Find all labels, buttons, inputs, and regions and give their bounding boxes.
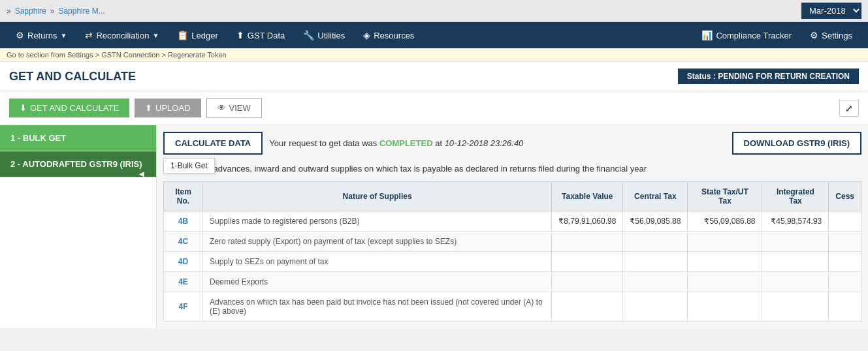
gst-data-icon: ⬆ <box>236 30 244 40</box>
cell-taxable-value <box>552 292 623 322</box>
nav-resources-label: Resources <box>374 31 414 40</box>
action-bar: CALCULATE DATA 1-Bulk Get Your request t… <box>163 132 861 155</box>
month-select[interactable]: Mar-2018 Feb-2018 Jan-2018 <box>801 3 861 19</box>
cell-state-tax <box>688 292 762 322</box>
cell-item-no: 4E <box>164 272 203 292</box>
table-row[interactable]: 4C Zero rated supply (Export) on payment… <box>164 232 861 252</box>
sidebar-item-autodrafted-label: 2 - AUTODRAFTED GSTR9 (IRIS) <box>10 159 142 169</box>
nav-resources[interactable]: ◈ Resources <box>354 22 423 48</box>
cell-nature: Advances on which tax has been paid but … <box>203 292 552 322</box>
upload-button[interactable]: ⬆ UPLOAD <box>135 99 201 117</box>
table-row[interactable]: 4D Supply to SEZs on payment of tax <box>164 252 861 272</box>
cell-integrated-tax <box>762 272 829 292</box>
nav-settings[interactable]: ⚙ Settings <box>801 22 861 48</box>
cell-item-no: 4F <box>164 292 203 322</box>
calculate-tooltip: 1-Bulk Get <box>163 158 215 174</box>
breadcrumb-item1[interactable]: Sapphire <box>15 7 46 16</box>
cell-integrated-tax <box>762 252 829 272</box>
cell-item-no: 4C <box>164 232 203 252</box>
expand-button[interactable]: ⤢ <box>839 100 859 117</box>
cell-taxable-value <box>552 272 623 292</box>
get-calculate-icon: ⬇ <box>20 103 27 113</box>
breadcrumb: » Sapphire » Sapphire M... Mar-2018 Feb-… <box>0 0 868 22</box>
breadcrumb-sep1: » <box>50 7 55 16</box>
settings-icon: ⚙ <box>810 30 818 40</box>
nav-right: 📊 Compliance Tracker ⚙ Settings <box>692 22 861 48</box>
compliance-tracker-icon: 📊 <box>701 30 713 40</box>
nav-utilities[interactable]: 🔧 Utilities <box>294 22 354 48</box>
cell-item-no: 4D <box>164 252 203 272</box>
data-table: Item No. Nature of Supplies Taxable Valu… <box>163 181 861 322</box>
download-gstr9-button[interactable]: DOWNLOAD GSTR9 (IRIS) <box>732 132 862 155</box>
msg-prefix: Your request to get data was <box>269 138 377 148</box>
upload-icon: ⬆ <box>145 103 152 113</box>
sidebar-arrow-icon: ◄ <box>137 169 146 179</box>
nav-returns[interactable]: ⚙ Returns ▼ <box>7 22 76 48</box>
returns-dropdown-icon: ▼ <box>61 32 67 39</box>
page-header: GET AND CALCULATE Status : PENDING FOR R… <box>0 62 868 91</box>
top-nav: ⚙ Returns ▼ ⇄ Reconciliation ▼ 📋 Ledger … <box>0 22 868 48</box>
cell-cess <box>829 232 861 252</box>
resources-icon: ◈ <box>363 30 370 40</box>
sidebar-item-bulk-get[interactable]: 1 - BULK GET <box>0 125 156 151</box>
main-content: 1 - BULK GET 2 - AUTODRAFTED GSTR9 (IRIS… <box>0 125 868 328</box>
cell-integrated-tax <box>762 232 829 252</box>
cell-central-tax <box>623 252 688 272</box>
nav-compliance-tracker-label: Compliance Tracker <box>716 31 792 40</box>
col-header-central-tax: Central Tax <box>623 182 688 211</box>
status-label: Status : <box>687 72 716 81</box>
cell-cess <box>829 292 861 322</box>
nav-reconciliation[interactable]: ⇄ Reconciliation ▼ <box>76 22 168 48</box>
cell-state-tax <box>688 272 762 292</box>
reconciliation-dropdown-icon: ▼ <box>152 32 159 39</box>
cell-item-no: 4B <box>164 211 203 232</box>
calculate-data-button[interactable]: CALCULATE DATA <box>163 132 263 155</box>
nav-returns-label: Returns <box>27 31 57 40</box>
nav-gst-data-label: GST Data <box>248 31 285 40</box>
table-row[interactable]: 4B Supplies made to registered persons (… <box>164 211 861 232</box>
nav-reconciliation-label: Reconciliation <box>96 31 149 40</box>
table-row[interactable]: 4F Advances on which tax has been paid b… <box>164 292 861 322</box>
sidebar-item-autodrafted[interactable]: 2 - AUTODRAFTED GSTR9 (IRIS) ◄ <box>0 151 156 177</box>
breadcrumb-item2[interactable]: Sapphire M... <box>58 7 104 16</box>
upload-label: UPLOAD <box>155 103 190 113</box>
nav-ledger[interactable]: 📋 Ledger <box>168 22 227 48</box>
expand-icon: ⤢ <box>845 103 853 114</box>
view-button[interactable]: 👁 VIEW <box>206 98 262 118</box>
view-label: VIEW <box>229 103 251 113</box>
msg-at: at <box>435 138 442 148</box>
cell-taxable-value: ₹8,79,91,060.98 <box>552 211 623 232</box>
cell-taxable-value <box>552 252 623 272</box>
returns-icon: ⚙ <box>16 30 24 40</box>
sidebar-item-bulk-get-label: 1 - BULK GET <box>10 133 66 143</box>
col-header-taxable-value: Taxable Value <box>552 182 623 211</box>
col-header-state-tax: State Tax/UT Tax <box>688 182 762 211</box>
msg-status: COMPLETED <box>379 138 433 148</box>
msg-datetime: 10-12-2018 23:26:40 <box>445 138 524 148</box>
view-icon: 👁 <box>217 103 226 113</box>
cell-cess <box>829 211 861 232</box>
breadcrumb-home: » <box>7 7 11 16</box>
status-badge: Status : PENDING FOR RETURN CREATION <box>678 69 859 84</box>
table-row[interactable]: 4E Deemed Exports <box>164 272 861 292</box>
completed-message: Your request to get data was COMPLETED a… <box>269 138 523 148</box>
nav-gst-data[interactable]: ⬆ GST Data <box>227 22 295 48</box>
get-calculate-button[interactable]: ⬇ GET AND CALCULATE <box>9 99 129 117</box>
cell-integrated-tax <box>762 292 829 322</box>
cell-central-tax <box>623 292 688 322</box>
col-header-cess: Cess <box>829 182 861 211</box>
cell-nature: Supplies made to registered persons (B2B… <box>203 211 552 232</box>
cell-central-tax <box>623 232 688 252</box>
nav-utilities-label: Utilities <box>317 31 345 40</box>
cell-central-tax <box>623 272 688 292</box>
cell-cess <box>829 252 861 272</box>
cell-state-tax: ₹56,09,086.88 <box>688 211 762 232</box>
reconciliation-icon: ⇄ <box>85 30 93 40</box>
cell-nature: Zero rated supply (Export) on payment of… <box>203 232 552 252</box>
cell-state-tax <box>688 252 762 272</box>
status-value: PENDING FOR RETURN CREATION <box>718 72 850 81</box>
col-header-item-no: Item No. <box>164 182 203 211</box>
cell-nature: Supply to SEZs on payment of tax <box>203 252 552 272</box>
nav-compliance-tracker[interactable]: 📊 Compliance Tracker <box>692 22 801 48</box>
sidebar: 1 - BULK GET 2 - AUTODRAFTED GSTR9 (IRIS… <box>0 125 157 328</box>
